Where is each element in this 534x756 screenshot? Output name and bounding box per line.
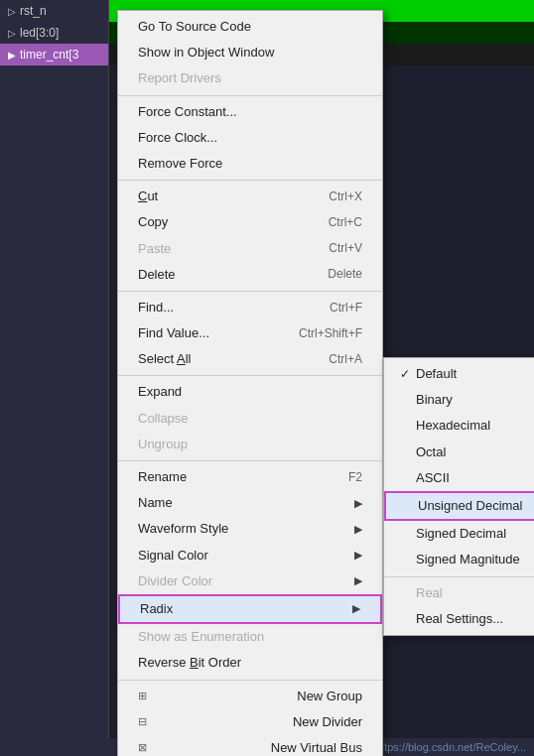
new-divider-item[interactable]: ⊟ New Divider bbox=[118, 709, 382, 735]
reverse-bit-label: Reverse Bit Order bbox=[138, 654, 241, 672]
cut-item[interactable]: Cut Ctrl+X bbox=[118, 184, 382, 209]
separator-2 bbox=[118, 180, 382, 181]
find-item[interactable]: Find... Ctrl+F bbox=[118, 295, 382, 320]
name-item[interactable]: Name ▶ bbox=[118, 490, 382, 516]
separator-5 bbox=[118, 460, 382, 461]
goto-source-item[interactable]: Go To Source Code bbox=[118, 14, 382, 40]
submenu-binary[interactable]: Binary bbox=[384, 387, 534, 413]
waveform-style-label: Waveform Style bbox=[138, 520, 228, 538]
submenu-octal[interactable]: Octal bbox=[384, 440, 534, 465]
submenu-unsigned-decimal[interactable]: Unsigned Decimal bbox=[384, 491, 534, 521]
new-virtual-bus-item[interactable]: ⊠ New Virtual Bus bbox=[118, 735, 382, 756]
find-value-label: Find Value... bbox=[138, 324, 209, 342]
signal-label: rst_n bbox=[20, 4, 47, 18]
copy-shortcut: Ctrl+C bbox=[329, 214, 362, 231]
report-drivers-label: Report Drivers bbox=[138, 69, 221, 87]
signal-color-arrow: ▶ bbox=[354, 548, 362, 563]
delete-item[interactable]: Delete Delete bbox=[118, 262, 382, 288]
remove-force-item[interactable]: Remove Force bbox=[118, 151, 382, 177]
name-arrow: ▶ bbox=[354, 496, 362, 511]
submenu-sep bbox=[384, 576, 534, 577]
cut-shortcut: Ctrl+X bbox=[329, 189, 362, 205]
signal-color-label: Signal Color bbox=[138, 547, 208, 565]
divider-color-arrow: ▶ bbox=[354, 573, 362, 588]
divider-color-item: Divider Color ▶ bbox=[118, 568, 382, 594]
radix-submenu: ✓ Default Binary Hexadecimal Octal ASCII… bbox=[383, 357, 534, 636]
ungroup-label: Ungroup bbox=[138, 436, 188, 453]
submenu-signed-magnitude[interactable]: Signed Magnitude bbox=[384, 547, 534, 572]
find-shortcut: Ctrl+F bbox=[330, 300, 362, 316]
new-virtual-bus-label: New Virtual Bus bbox=[271, 739, 362, 756]
collapse-item: Collapse bbox=[118, 406, 382, 432]
rename-shortcut: F2 bbox=[348, 469, 362, 486]
name-label: Name bbox=[138, 494, 173, 512]
signal-label: led[3:0] bbox=[20, 26, 59, 40]
find-value-item[interactable]: Find Value... Ctrl+Shift+F bbox=[118, 320, 382, 346]
find-label: Find... bbox=[138, 299, 174, 316]
submenu-real: Real bbox=[384, 580, 534, 606]
new-group-item[interactable]: ⊞ New Group bbox=[118, 684, 382, 709]
submenu-default[interactable]: ✓ Default bbox=[384, 361, 534, 387]
default-label: Default bbox=[416, 365, 457, 383]
paste-label: Paste bbox=[138, 240, 171, 258]
signal-color-item[interactable]: Signal Color ▶ bbox=[118, 543, 382, 568]
new-divider-label: New Divider bbox=[293, 713, 362, 731]
signal-icon: ▷ bbox=[8, 6, 16, 17]
signal-label: timer_cnt[3 bbox=[20, 48, 78, 62]
reverse-bit-item[interactable]: Reverse Bit Order bbox=[118, 650, 382, 676]
force-clock-item[interactable]: Force Clock... bbox=[118, 125, 382, 151]
separator-1 bbox=[118, 95, 382, 96]
paste-item: Paste Ctrl+V bbox=[118, 236, 382, 262]
signal-rst-n[interactable]: ▷ rst_n bbox=[0, 0, 108, 22]
binary-label: Binary bbox=[416, 391, 453, 409]
signal-icon: ▶ bbox=[8, 50, 16, 61]
report-drivers-item: Report Drivers bbox=[118, 65, 382, 91]
submenu-ascii[interactable]: ASCII bbox=[384, 465, 534, 491]
signal-icon: ▷ bbox=[8, 28, 16, 39]
octal-label: Octal bbox=[416, 443, 446, 461]
force-constant-label: Force Constant... bbox=[138, 103, 237, 121]
collapse-label: Collapse bbox=[138, 410, 189, 428]
remove-force-label: Remove Force bbox=[138, 155, 222, 173]
context-menu: Go To Source Code Show in Object Window … bbox=[117, 10, 383, 756]
unsigned-decimal-label: Unsigned Decimal bbox=[418, 497, 523, 515]
waveform-style-arrow: ▶ bbox=[354, 522, 362, 537]
hexadecimal-label: Hexadecimal bbox=[416, 417, 490, 435]
rename-label: Rename bbox=[138, 468, 187, 486]
force-clock-label: Force Clock... bbox=[138, 129, 217, 147]
goto-source-label: Go To Source Code bbox=[138, 18, 251, 36]
delete-label: Delete bbox=[138, 266, 176, 284]
submenu-real-settings[interactable]: Real Settings... bbox=[384, 606, 534, 632]
show-object-label: Show in Object Window bbox=[138, 44, 274, 62]
signal-timer-cnt[interactable]: ▶ timer_cnt[3 bbox=[0, 44, 108, 65]
separator-6 bbox=[118, 680, 382, 681]
show-enumeration-label: Show as Enumeration bbox=[138, 628, 264, 646]
waveform-style-item[interactable]: Waveform Style ▶ bbox=[118, 516, 382, 542]
real-label: Real bbox=[416, 584, 443, 602]
select-all-label: Select All bbox=[138, 350, 191, 368]
submenu-hexadecimal[interactable]: Hexadecimal bbox=[384, 413, 534, 439]
copy-label: Copy bbox=[138, 213, 168, 231]
check-icon: ✓ bbox=[400, 366, 416, 383]
delete-shortcut: Delete bbox=[328, 266, 362, 283]
divider-color-label: Divider Color bbox=[138, 572, 212, 590]
expand-item[interactable]: Expand bbox=[118, 379, 382, 405]
expand-label: Expand bbox=[138, 383, 182, 401]
select-all-item[interactable]: Select All Ctrl+A bbox=[118, 346, 382, 372]
find-value-shortcut: Ctrl+Shift+F bbox=[299, 325, 362, 342]
select-all-shortcut: Ctrl+A bbox=[329, 351, 362, 368]
real-settings-label: Real Settings... bbox=[416, 610, 503, 628]
radix-item[interactable]: Radix ▶ bbox=[118, 594, 382, 624]
force-constant-item[interactable]: Force Constant... bbox=[118, 99, 382, 125]
copy-item[interactable]: Copy Ctrl+C bbox=[118, 209, 382, 235]
signal-led[interactable]: ▷ led[3:0] bbox=[0, 22, 108, 44]
separator-3 bbox=[118, 291, 382, 292]
show-object-item[interactable]: Show in Object Window bbox=[118, 40, 382, 65]
radix-arrow: ▶ bbox=[352, 601, 360, 616]
show-enumeration-item: Show as Enumeration bbox=[118, 624, 382, 650]
signed-decimal-label: Signed Decimal bbox=[416, 525, 506, 543]
rename-item[interactable]: Rename F2 bbox=[118, 464, 382, 490]
submenu-signed-decimal[interactable]: Signed Decimal bbox=[384, 521, 534, 547]
signal-list: ▷ rst_n ▷ led[3:0] ▶ timer_cnt[3 bbox=[0, 0, 109, 756]
signed-magnitude-label: Signed Magnitude bbox=[416, 551, 520, 568]
